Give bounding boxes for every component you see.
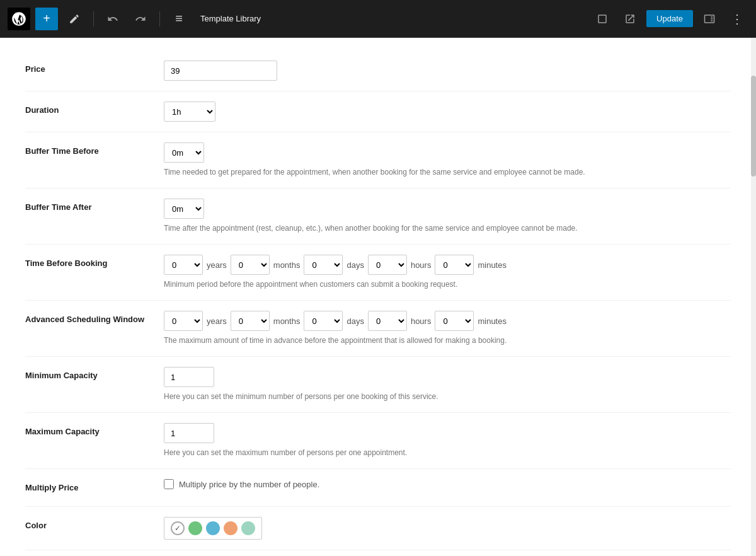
adv-scheduling-hours-label: hours (411, 316, 432, 326)
sidebar-icon (704, 13, 715, 25)
adv-scheduling-hours-select[interactable]: 012 (368, 311, 407, 331)
undo-icon (107, 13, 118, 25)
time-before-booking-control: 012 years 012 months 012 days 012 hours … (164, 255, 731, 290)
preview-icon (597, 13, 608, 25)
color-swatch-blue[interactable] (206, 521, 220, 535)
multiply-price-row: Multiply Price Multiply price by the num… (25, 469, 731, 507)
adv-scheduling-hint: The maximum amount of time in advance be… (164, 335, 731, 346)
adv-scheduling-inputs: 012 years 012 months 012 days 012 hours … (164, 311, 731, 331)
divider-1 (93, 11, 94, 26)
time-before-booking-row: Time Before Booking 012 years 012 months… (25, 245, 731, 301)
adv-scheduling-months-select[interactable]: 012 (231, 311, 270, 331)
duration-select[interactable]: 15m30m45m 1h1h 30m2h (164, 101, 215, 122)
preview-button[interactable] (591, 8, 614, 30)
main-content: Price Duration 15m30m45m 1h1h 30m2h Buff… (0, 38, 756, 556)
color-swatch-orange[interactable] (224, 521, 238, 535)
time-before-booking-hint: Minimum period before the appointment wh… (164, 279, 731, 290)
buffer-after-select[interactable]: 0m5m10m 15m20m30m (164, 199, 204, 219)
price-input[interactable] (164, 61, 277, 81)
service-label: Service (25, 550, 731, 556)
color-control: ✓ (164, 517, 731, 540)
adv-scheduling-months-label: months (273, 316, 301, 326)
adv-scheduling-years-label: years (207, 316, 227, 326)
multiply-price-checkbox-row: Multiply price by the number of people. (164, 479, 731, 489)
min-capacity-input[interactable] (164, 367, 214, 387)
redo-button[interactable] (129, 8, 152, 30)
time-before-years-label: years (207, 260, 227, 270)
time-before-months-label: months (273, 260, 301, 270)
color-swatches: ✓ (164, 517, 262, 540)
add-block-button[interactable]: + (35, 8, 58, 30)
wp-logo (8, 8, 30, 30)
adv-scheduling-days-label: days (346, 316, 364, 326)
time-before-minutes-label: minutes (478, 260, 507, 270)
menu-icon: ≡ (175, 11, 183, 26)
time-before-days-label: days (346, 260, 364, 270)
multiply-price-checkbox-label[interactable]: Multiply price by the number of people. (179, 480, 319, 489)
time-before-inputs: 012 years 012 months 012 days 012 hours … (164, 255, 731, 275)
scrollbar-thumb[interactable] (751, 76, 756, 177)
buffer-before-row: Buffer Time Before 0m5m10m 15m20m30m Tim… (25, 132, 731, 188)
menu-button[interactable]: ≡ (168, 8, 190, 30)
multiply-price-checkbox[interactable] (164, 479, 174, 489)
time-before-years-select[interactable]: 012 (164, 255, 203, 275)
max-capacity-label: Maximum Capacity (25, 423, 164, 436)
min-capacity-row: Minimum Capacity Here you can set the mi… (25, 357, 731, 413)
pen-tool-button[interactable] (63, 8, 86, 30)
sidebar-toggle-button[interactable] (698, 8, 721, 30)
color-swatch-white[interactable]: ✓ (171, 521, 185, 535)
divider-2 (159, 11, 160, 26)
adv-scheduling-years-select[interactable]: 012 (164, 311, 203, 331)
color-swatch-teal[interactable] (241, 521, 255, 535)
price-label: Price (25, 61, 164, 74)
buffer-after-row: Buffer Time After 0m5m10m 15m20m30m Time… (25, 188, 731, 245)
adv-scheduling-days-select[interactable]: 012 (304, 311, 343, 331)
adv-scheduling-row: Advanced Scheduling Window 012 years 012… (25, 301, 731, 357)
max-capacity-row: Maximum Capacity Here you can set the ma… (25, 413, 731, 469)
time-before-months-select[interactable]: 012 (231, 255, 270, 275)
time-before-booking-label: Time Before Booking (25, 255, 164, 268)
min-capacity-control: Here you can set the minimum number of p… (164, 367, 731, 402)
more-icon: ⋮ (731, 11, 743, 26)
time-before-hours-label: hours (411, 260, 432, 270)
buffer-after-hint: Time after the appointment (rest, cleanu… (164, 223, 731, 234)
time-before-hours-select[interactable]: 012 (368, 255, 407, 275)
redo-icon (135, 13, 146, 25)
multiply-price-label: Multiply Price (25, 479, 164, 492)
time-before-days-select[interactable]: 012 (304, 255, 343, 275)
adv-scheduling-control: 012 years 012 months 012 days 012 hours … (164, 311, 731, 346)
external-link-icon (624, 13, 636, 25)
time-before-minutes-select[interactable]: 012 (435, 255, 474, 275)
max-capacity-control: Here you can set the maximum number of p… (164, 423, 731, 458)
color-row: Color ✓ (25, 507, 731, 550)
buffer-after-label: Buffer Time After (25, 199, 164, 212)
min-capacity-label: Minimum Capacity (25, 367, 164, 380)
buffer-before-hint: Time needed to get prepared for the appo… (164, 166, 731, 178)
buffer-before-control: 0m5m10m 15m20m30m Time needed to get pre… (164, 142, 731, 178)
more-options-button[interactable]: ⋮ (726, 8, 748, 30)
adv-scheduling-label: Advanced Scheduling Window (25, 311, 164, 324)
duration-row: Duration 15m30m45m 1h1h 30m2h (25, 91, 731, 132)
pen-icon (69, 13, 80, 25)
external-link-button[interactable] (619, 8, 641, 30)
color-swatch-checkmark: ✓ (175, 524, 181, 533)
min-capacity-hint: Here you can set the minimum number of p… (164, 391, 731, 402)
multiply-price-control: Multiply price by the number of people. (164, 479, 731, 489)
color-label: Color (25, 517, 164, 530)
adv-scheduling-minutes-select[interactable]: 012 (435, 311, 474, 331)
update-button[interactable]: Update (646, 10, 693, 27)
buffer-before-label: Buffer Time Before (25, 142, 164, 156)
wp-logo-icon (11, 11, 26, 26)
price-control (164, 61, 731, 81)
adv-scheduling-minutes-label: minutes (478, 316, 507, 326)
buffer-before-select[interactable]: 0m5m10m 15m20m30m (164, 142, 204, 163)
toolbar-title: Template Library (200, 14, 586, 23)
buffer-after-control: 0m5m10m 15m20m30m Time after the appoint… (164, 199, 731, 234)
price-row: Price (25, 50, 731, 91)
max-capacity-hint: Here you can set the maximum number of p… (164, 447, 731, 458)
color-swatch-green[interactable] (188, 521, 202, 535)
toolbar: + ≡ Template Library Update ⋮ (0, 0, 756, 38)
toolbar-right: Update ⋮ (591, 8, 748, 30)
max-capacity-input[interactable] (164, 423, 214, 443)
undo-button[interactable] (101, 8, 124, 30)
